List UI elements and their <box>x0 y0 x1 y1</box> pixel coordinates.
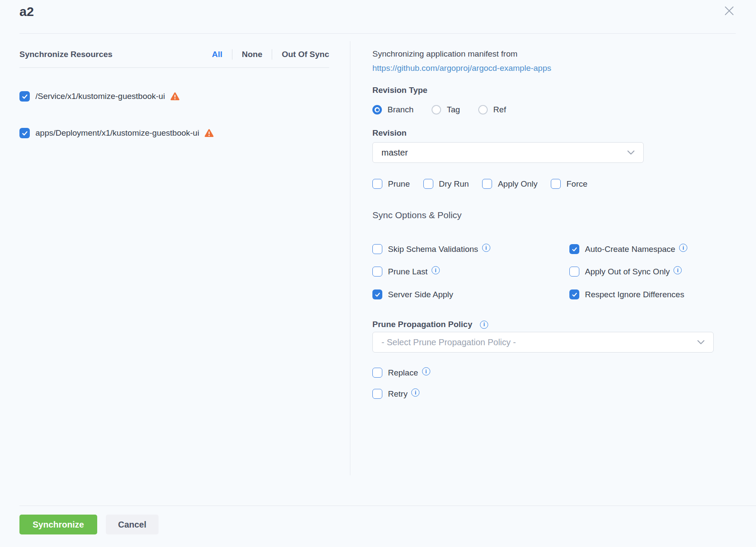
options-row: Skip Schema Validations i Auto-Create Na… <box>372 244 714 254</box>
revision-select[interactable]: master <box>372 142 644 163</box>
resource-row: /Service/x1/kustomize-guestbook-ui <box>19 91 180 102</box>
prune-propagation-placeholder: - Select Prune Propagation Policy - <box>381 337 516 347</box>
filter-all[interactable]: All <box>212 50 222 59</box>
checkbox-auto-create-namespace[interactable]: Auto-Create Namespace i <box>569 244 687 254</box>
resources-panel-title: Synchronize Resources <box>19 50 112 59</box>
info-icon[interactable]: i <box>480 321 488 329</box>
close-icon <box>724 11 735 18</box>
revision-type-radios: Branch Tag Ref <box>372 105 506 114</box>
checkbox-replace[interactable]: Replace i <box>372 368 430 378</box>
panel-divider <box>350 41 350 475</box>
manifest-label: Synchronizing application manifest from <box>372 49 518 59</box>
radio-ref[interactable]: Ref <box>478 105 506 114</box>
checkbox-apply-only[interactable]: Apply Only <box>482 179 537 189</box>
checkbox-retry[interactable]: Retry i <box>372 389 419 399</box>
page-title: a2 <box>19 4 34 19</box>
filter-out-of-sync[interactable]: Out Of Sync <box>282 50 329 59</box>
filter-none[interactable]: None <box>242 50 263 59</box>
checkbox-dry-run[interactable]: Dry Run <box>423 179 469 189</box>
resource-name: apps/Deployment/x1/kustomize-guestbook-u… <box>35 128 199 138</box>
chevron-down-icon <box>627 150 635 155</box>
manifest-url-link[interactable]: https://github.com/argoproj/argocd-examp… <box>372 64 551 73</box>
resource-checkbox[interactable] <box>19 128 30 138</box>
info-icon[interactable]: i <box>422 367 430 375</box>
checkbox-apply-out-of-sync-only[interactable]: Apply Out of Sync Only i <box>569 267 682 277</box>
resources-divider <box>19 67 329 68</box>
sync-options-title: Sync Options & Policy <box>372 210 462 220</box>
radio-unselected-icon <box>478 105 488 114</box>
checkbox-force[interactable]: Force <box>551 179 588 189</box>
checkbox-icon <box>372 267 382 277</box>
sync-dialog: a2 Synchronize Resources All None Out Of… <box>0 0 756 547</box>
chevron-down-icon <box>697 340 705 345</box>
checkbox-icon <box>482 179 492 189</box>
filter-separator <box>272 49 272 60</box>
resource-name: /Service/x1/kustomize-guestbook-ui <box>35 92 165 101</box>
resource-row: apps/Deployment/x1/kustomize-guestbook-u… <box>19 128 214 138</box>
checkbox-icon <box>372 289 382 299</box>
close-button[interactable] <box>722 4 736 18</box>
checkbox-server-side-apply[interactable]: Server Side Apply <box>372 289 453 299</box>
synchronize-button[interactable]: Synchronize <box>19 515 97 534</box>
options-row: Prune Last i Apply Out of Sync Only i <box>372 267 714 277</box>
radio-tag[interactable]: Tag <box>432 105 460 114</box>
revision-label: Revision <box>372 128 407 138</box>
filter-separator <box>232 49 232 60</box>
footer-divider <box>19 506 756 506</box>
prune-propagation-select[interactable]: - Select Prune Propagation Policy - <box>372 332 714 353</box>
checkbox-icon <box>372 368 382 378</box>
options-row: Server Side Apply Respect Ignore Differe… <box>372 289 714 300</box>
checkbox-icon <box>569 267 579 277</box>
info-icon[interactable]: i <box>411 388 419 397</box>
header-divider <box>19 33 736 34</box>
revision-value: master <box>381 148 408 158</box>
info-icon[interactable]: i <box>673 266 682 274</box>
checkbox-icon <box>372 389 382 399</box>
resources-header: Synchronize Resources All None Out Of Sy… <box>19 49 329 60</box>
cancel-button[interactable]: Cancel <box>106 515 159 534</box>
info-icon[interactable]: i <box>482 244 490 252</box>
warning-icon <box>170 92 180 101</box>
prune-propagation-label: Prune Propagation Policy <box>372 320 472 329</box>
resource-filters: All None Out Of Sync <box>212 49 329 60</box>
radio-unselected-icon <box>432 105 441 114</box>
info-icon[interactable]: i <box>679 244 687 252</box>
radio-branch[interactable]: Branch <box>372 105 413 114</box>
checkbox-respect-ignore-differences[interactable]: Respect Ignore Differences <box>569 289 684 299</box>
revision-type-label: Revision Type <box>372 86 427 95</box>
warning-icon <box>204 129 214 137</box>
checkbox-icon <box>372 179 382 189</box>
checkbox-icon <box>569 244 579 254</box>
checkbox-icon <box>372 244 382 254</box>
sync-flags: Prune Dry Run Apply Only Force <box>372 179 588 189</box>
resource-checkbox[interactable] <box>19 91 30 102</box>
checkbox-skip-schema-validations[interactable]: Skip Schema Validations i <box>372 244 490 254</box>
prune-propagation-label-row: Prune Propagation Policy i <box>372 320 488 329</box>
radio-selected-icon <box>372 105 382 114</box>
checkbox-prune[interactable]: Prune <box>372 179 410 189</box>
checkbox-icon <box>569 289 579 299</box>
info-icon[interactable]: i <box>432 266 440 274</box>
checkbox-icon <box>423 179 433 189</box>
checkbox-icon <box>551 179 561 189</box>
checkbox-prune-last[interactable]: Prune Last i <box>372 267 440 277</box>
